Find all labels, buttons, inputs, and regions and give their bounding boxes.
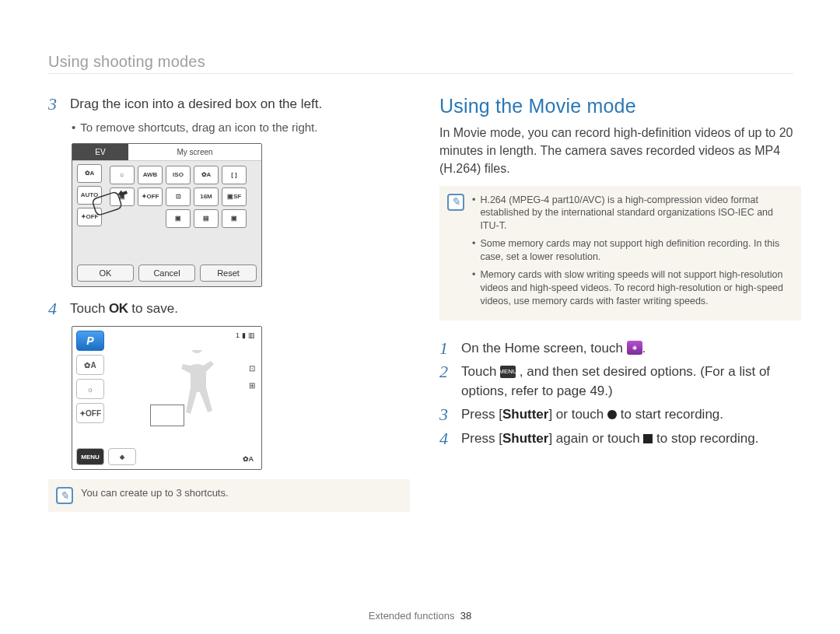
icon: ⊞: [249, 381, 255, 390]
shutter-label: Shutter: [502, 407, 549, 422]
rec-icon: ⊡: [249, 364, 255, 373]
step-3-bullet: To remove shortcuts, drag an icon to the…: [72, 119, 410, 135]
person-silhouette: [173, 350, 220, 443]
step-number: 1: [439, 339, 453, 359]
shortcut-slot: ✿A: [77, 164, 102, 183]
grid-icon: [ ]: [222, 166, 247, 184]
note-icon: ✎: [447, 194, 464, 211]
text: Touch: [461, 364, 500, 379]
note-box: ✎ H.264 (MPEG-4 part10/AVC) is a high-co…: [439, 186, 801, 321]
text: to start recording.: [617, 407, 723, 422]
bullet-text: To remove shortcuts, drag an icon to the…: [80, 119, 317, 135]
grid-icon: ✦OFF: [138, 187, 163, 206]
step-4: 4 Touch OK to save.: [48, 299, 410, 319]
ok-label: OK: [109, 299, 128, 319]
note-icon: ✎: [56, 487, 73, 504]
movie-step-2: 2 Touch MENU , and then set desired opti…: [439, 363, 801, 401]
shutter-label: Shutter: [502, 431, 549, 446]
note-item: Some memory cards may not support high d…: [480, 237, 790, 264]
divider: [48, 73, 793, 74]
step-text: Touch OK to save.: [70, 299, 178, 319]
focus-frame: [150, 405, 184, 426]
grid-icon: ⊡: [166, 187, 191, 206]
text: ] or touch: [548, 407, 607, 422]
shortcut-icon: ✦OFF: [76, 403, 104, 423]
page-footer: Extended functions 38: [0, 610, 840, 622]
note-box: ✎ You can create up to 3 shortcuts.: [48, 479, 410, 512]
svg-rect-0: [92, 191, 122, 215]
shortcut-icon: ☼: [76, 379, 104, 399]
step-number: 3: [48, 95, 62, 114]
text: Touch: [70, 301, 109, 316]
step-text: Drag the icon into a desired box on the …: [70, 95, 322, 114]
grid-icon: ▣: [166, 209, 191, 228]
mode-p-icon: P: [76, 331, 104, 351]
grid-icon: ▣SF: [222, 187, 247, 206]
grid-icon: ✿A: [194, 166, 219, 184]
step-text: Press [Shutter] again or touch to stop r…: [461, 429, 758, 449]
screenshot-p-mode: P ✿A ☼ ✦OFF 1 ▮ ▥ ⊡ ⊞ MENU ◈ ✿A: [72, 326, 262, 470]
step-text: On the Home screen, touch ◉.: [461, 339, 646, 359]
record-dot-icon: [607, 410, 617, 419]
battery-icon: ▥: [248, 331, 255, 339]
drag-hand-icon: [91, 189, 138, 220]
tab-my-screen: My screen: [128, 144, 261, 161]
text: to save.: [131, 301, 178, 316]
note-item: Memory cards with slow writing speeds wi…: [480, 268, 790, 308]
grid-icon: ☼: [110, 166, 135, 184]
step-3: 3 Drag the icon into a desired box on th…: [48, 95, 410, 114]
step-number: 3: [439, 405, 453, 425]
tab-ev: EV: [72, 144, 128, 161]
text: Press [: [461, 431, 502, 446]
ok-button: OK: [77, 264, 134, 282]
text: ] again or touch: [548, 431, 643, 446]
footer-section: Extended functions: [369, 610, 455, 622]
step-number: 4: [48, 299, 62, 319]
shortcut-icon: ✿A: [76, 355, 104, 375]
menu-button: MENU: [76, 448, 104, 465]
grid-icon: AWB: [138, 166, 163, 184]
text: On the Home screen, touch: [461, 341, 627, 356]
step-number: 4: [439, 429, 453, 449]
grid-icon: 16M: [194, 187, 219, 206]
sd-icon: ▮: [242, 331, 246, 339]
page-number: 38: [460, 610, 471, 622]
section-title: Using the Movie mode: [439, 95, 801, 117]
text: Press [: [461, 407, 502, 422]
grid-icon: ISO: [166, 166, 191, 184]
movie-step-1: 1 On the Home screen, touch ◉.: [439, 339, 801, 359]
cancel-button: Cancel: [138, 264, 195, 282]
screenshot-my-screen: EV My screen ✿A AUTO ✦OFF ☼ AWB ISO ✿A […: [72, 143, 262, 287]
step-text: Touch MENU , and then set desired option…: [461, 363, 801, 401]
grid-icon: ▣: [222, 209, 247, 228]
settings-icon: ◈: [108, 448, 136, 465]
movie-step-4: 4 Press [Shutter] again or touch to stop…: [439, 429, 801, 449]
movie-mode-icon: ◉: [627, 341, 642, 355]
text: to stop recording.: [653, 431, 758, 446]
intro-paragraph: In Movie mode, you can record high-defin…: [439, 124, 801, 178]
stop-square-icon: [643, 434, 653, 443]
flash-icon: ✿A: [243, 455, 254, 463]
note-text: You can create up to 3 shortcuts.: [81, 487, 229, 504]
note-item: H.264 (MPEG-4 part10/AVC) is a high-comp…: [480, 194, 790, 233]
breadcrumb: Using shooting modes: [48, 53, 205, 71]
note-list: H.264 (MPEG-4 part10/AVC) is a high-comp…: [472, 194, 790, 313]
step-text: Press [Shutter] or touch to start record…: [461, 405, 723, 425]
status-bar: 1 ▮ ▥: [236, 331, 255, 339]
movie-step-3: 3 Press [Shutter] or touch to start reco…: [439, 405, 801, 425]
text: .: [642, 341, 646, 356]
grid-icon: ▤: [194, 209, 219, 228]
counter: 1: [236, 331, 240, 339]
menu-icon: MENU: [500, 366, 516, 378]
step-number: 2: [439, 363, 453, 401]
reset-button: Reset: [200, 264, 257, 282]
